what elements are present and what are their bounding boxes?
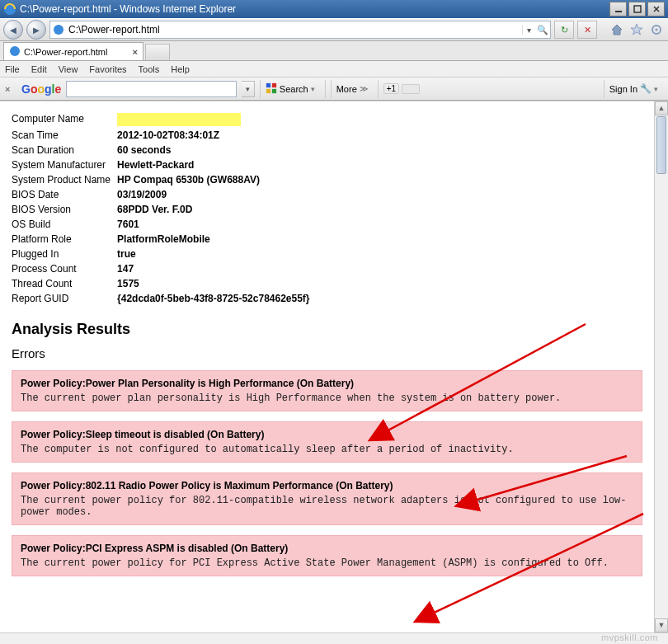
stop-button[interactable]: ✕ [577, 21, 597, 39]
tab-bar: C:\Power-report.html × [0, 41, 668, 61]
scroll-down-button[interactable]: ▼ [655, 618, 668, 632]
table-row: Plugged Intrue [12, 247, 317, 261]
google-toolbar: × Google ▾ Search ▾ More ≫ +1 Sign In 🔧 … [0, 78, 668, 101]
svg-point-5 [54, 25, 64, 35]
minimize-button[interactable] [609, 2, 627, 16]
tools-gear-icon[interactable] [648, 21, 665, 38]
error-item: Power Policy:Sleep timeout is disabled (… [12, 421, 642, 463]
google-signin-label: Sign In [609, 84, 637, 94]
error-title: Power Policy:Power Plan Personality is H… [21, 378, 633, 389]
error-item: Power Policy:802.11 Radio Power Policy i… [12, 472, 642, 525]
table-row: Computer Name [12, 111, 317, 128]
window-titlebar: C:\Power-report.html - Windows Internet … [0, 0, 668, 18]
svg-rect-1 [615, 11, 622, 12]
error-desc: The current power policy for PCI Express… [21, 557, 633, 569]
address-bar[interactable]: ▾ 🔍 [49, 21, 551, 39]
menu-help[interactable]: Help [171, 64, 190, 74]
error-title: Power Policy:802.11 Radio Power Policy i… [21, 480, 633, 491]
error-title: Power Policy:PCI Express ASPM is disable… [21, 543, 633, 554]
redacted-value [117, 113, 241, 126]
error-desc: The current power plan personality is Hi… [21, 393, 633, 404]
menu-file[interactable]: File [5, 64, 20, 74]
table-row: Thread Count1575 [12, 276, 317, 291]
new-tab-button[interactable] [145, 44, 170, 60]
google-logo: Google [21, 82, 61, 96]
google-more-button[interactable]: More ≫ [331, 80, 373, 98]
window-title: C:\Power-report.html - Windows Internet … [20, 3, 609, 15]
page-icon [52, 23, 65, 36]
search-icon [266, 82, 277, 96]
table-row: BIOS Date03/19/2009 [12, 187, 317, 202]
table-row: Scan Duration60 seconds [12, 143, 317, 157]
svg-point-8 [10, 46, 20, 56]
status-bar [0, 632, 668, 644]
back-button[interactable]: ◄ [3, 20, 23, 40]
table-row: System Product NameHP Compaq 6530b (GW68… [12, 172, 317, 187]
google-more-label: More [336, 84, 357, 94]
svg-rect-11 [266, 88, 270, 92]
forward-button[interactable]: ► [26, 20, 46, 40]
google-search-label: Search [280, 84, 308, 94]
google-search-button[interactable]: Search ▾ [260, 80, 320, 98]
svg-point-7 [655, 28, 657, 31]
error-item: Power Policy:PCI Express ASPM is disable… [12, 535, 642, 576]
address-search-icon[interactable]: 🔍 [535, 25, 550, 35]
close-window-button[interactable] [647, 2, 665, 16]
tab-favicon [9, 45, 21, 59]
vertical-scrollbar[interactable]: ▲ ▼ [654, 101, 668, 632]
menu-tools[interactable]: Tools [139, 64, 160, 74]
svg-rect-12 [272, 88, 276, 92]
toolbar-close-icon[interactable]: × [5, 84, 16, 94]
tab-close-icon[interactable]: × [133, 47, 138, 57]
home-icon[interactable] [609, 21, 625, 38]
menu-bar: File Edit View Favorites Tools Help [0, 61, 668, 78]
page-content: Computer Name Scan Time2012-10-02T08:34:… [0, 101, 654, 596]
menu-view[interactable]: View [59, 64, 78, 74]
plusone-icon: +1 [383, 83, 399, 94]
table-row: Scan Time2012-10-02T08:34:01Z [12, 128, 317, 143]
table-row: Process Count147 [12, 261, 317, 276]
table-row: BIOS Version68PDD Ver. F.0D [12, 202, 317, 217]
table-row: Report GUID{42dcda0f-5beb-43f8-8725-52c7… [12, 291, 317, 306]
refresh-button[interactable]: ↻ [554, 21, 574, 39]
errors-heading: Errors [12, 346, 642, 360]
error-desc: The current power policy for 802.11-comp… [21, 495, 633, 518]
browser-tab[interactable]: C:\Power-report.html × [3, 42, 143, 60]
wrench-icon: 🔧 [640, 83, 652, 94]
google-search-input[interactable] [66, 81, 237, 97]
favorites-star-icon[interactable] [628, 21, 645, 38]
error-title: Power Policy:Sleep timeout is disabled (… [21, 429, 633, 440]
analysis-heading: Analysis Results [12, 321, 642, 338]
svg-rect-10 [272, 82, 276, 87]
svg-rect-2 [634, 6, 641, 12]
menu-favorites[interactable]: Favorites [89, 64, 126, 74]
svg-rect-9 [266, 82, 270, 87]
table-row: System ManufacturerHewlett-Packard [12, 157, 317, 172]
google-plusone-button[interactable]: +1 [378, 80, 425, 98]
menu-edit[interactable]: Edit [31, 64, 47, 74]
maximize-button[interactable] [628, 2, 646, 16]
ie-icon [3, 2, 16, 16]
address-input[interactable] [67, 21, 522, 38]
scroll-up-button[interactable]: ▲ [655, 101, 668, 115]
google-search-dropdown[interactable]: ▾ [242, 81, 255, 97]
watermark: mvpskill.com [601, 632, 658, 642]
table-row: OS Build7601 [12, 217, 317, 232]
error-item: Power Policy:Power Plan Personality is H… [12, 370, 642, 411]
google-signin-button[interactable]: Sign In 🔧 ▾ [604, 80, 663, 98]
address-dropdown[interactable]: ▾ [522, 26, 535, 35]
error-desc: The computer is not configured to automa… [21, 444, 633, 455]
chevron-right-icon: ≫ [360, 84, 368, 93]
tab-title: C:\Power-report.html [24, 47, 107, 57]
navigation-bar: ◄ ► ▾ 🔍 ↻ ✕ [0, 18, 668, 41]
scrollbar-thumb[interactable] [656, 116, 666, 174]
system-info-table: Computer Name Scan Time2012-10-02T08:34:… [12, 111, 317, 306]
table-row: Platform RolePlatformRoleMobile [12, 232, 317, 247]
